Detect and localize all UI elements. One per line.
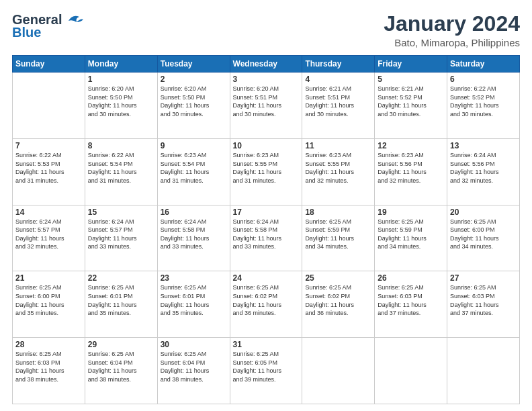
day-number: 20 [450,208,517,217]
header: General Blue January 2024 Bato, Mimaropa… [12,12,520,48]
day-number: 19 [378,208,444,217]
day-info: Sunrise: 6:20 AM Sunset: 5:50 PM Dayligh… [88,85,154,118]
day-number: 13 [450,141,517,150]
day-info: Sunrise: 6:25 AM Sunset: 6:01 PM Dayligh… [88,283,154,317]
calendar-cell: 27Sunrise: 6:25 AM Sunset: 6:03 PM Dayli… [447,271,520,338]
day-info: Sunrise: 6:25 AM Sunset: 6:04 PM Dayligh… [88,350,154,383]
calendar-cell: 29Sunrise: 6:25 AM Sunset: 6:04 PM Dayli… [85,338,157,404]
calendar-cell: 19Sunrise: 6:25 AM Sunset: 5:59 PM Dayli… [375,205,447,271]
calendar-cell: 25Sunrise: 6:25 AM Sunset: 6:02 PM Dayli… [302,271,375,338]
calendar-cell: 20Sunrise: 6:25 AM Sunset: 6:00 PM Dayli… [447,205,520,271]
calendar-header-row: SundayMondayTuesdayWednesdayThursdayFrid… [13,56,520,73]
day-number: 24 [233,273,300,283]
day-number: 11 [305,141,371,150]
day-info: Sunrise: 6:25 AM Sunset: 5:59 PM Dayligh… [378,218,444,251]
day-info: Sunrise: 6:24 AM Sunset: 5:56 PM Dayligh… [450,151,517,185]
day-info: Sunrise: 6:25 AM Sunset: 6:04 PM Dayligh… [161,350,227,383]
calendar-cell: 31Sunrise: 6:25 AM Sunset: 6:05 PM Dayli… [230,338,302,404]
day-number: 31 [233,340,300,349]
calendar-cell: 2Sunrise: 6:20 AM Sunset: 5:50 PM Daylig… [157,73,230,139]
day-info: Sunrise: 6:25 AM Sunset: 6:00 PM Dayligh… [450,218,517,251]
day-number: 27 [450,273,517,283]
calendar-cell: 3Sunrise: 6:20 AM Sunset: 5:51 PM Daylig… [230,73,302,139]
day-number: 15 [88,208,154,217]
day-info: Sunrise: 6:25 AM Sunset: 6:02 PM Dayligh… [233,283,300,317]
week-row-2: 14Sunrise: 6:24 AM Sunset: 5:57 PM Dayli… [13,205,520,271]
calendar-cell: 10Sunrise: 6:23 AM Sunset: 5:55 PM Dayli… [230,138,302,205]
calendar-cell: 11Sunrise: 6:23 AM Sunset: 5:55 PM Dayli… [302,138,375,205]
calendar-cell: 15Sunrise: 6:24 AM Sunset: 5:57 PM Dayli… [85,205,157,271]
day-info: Sunrise: 6:21 AM Sunset: 5:52 PM Dayligh… [378,85,444,118]
day-number: 7 [15,141,82,150]
day-info: Sunrise: 6:25 AM Sunset: 6:03 PM Dayligh… [450,283,517,317]
calendar-header-wednesday: Wednesday [230,56,302,73]
day-number: 26 [378,273,444,283]
week-row-4: 28Sunrise: 6:25 AM Sunset: 6:03 PM Dayli… [13,338,520,404]
day-info: Sunrise: 6:25 AM Sunset: 6:02 PM Dayligh… [305,283,371,317]
calendar-header-tuesday: Tuesday [157,56,230,73]
day-number: 1 [88,75,154,84]
calendar-header-monday: Monday [85,56,157,73]
calendar-cell: 23Sunrise: 6:25 AM Sunset: 6:01 PM Dayli… [157,271,230,338]
day-info: Sunrise: 6:20 AM Sunset: 5:51 PM Dayligh… [233,85,300,118]
day-info: Sunrise: 6:23 AM Sunset: 5:54 PM Dayligh… [161,151,227,185]
day-info: Sunrise: 6:25 AM Sunset: 6:00 PM Dayligh… [15,283,82,317]
calendar-cell: 9Sunrise: 6:23 AM Sunset: 5:54 PM Daylig… [157,138,230,205]
calendar-cell: 8Sunrise: 6:22 AM Sunset: 5:54 PM Daylig… [85,138,157,205]
day-info: Sunrise: 6:22 AM Sunset: 5:52 PM Dayligh… [450,85,517,118]
calendar-cell: 1Sunrise: 6:20 AM Sunset: 5:50 PM Daylig… [85,73,157,139]
day-number: 8 [88,141,154,150]
day-info: Sunrise: 6:22 AM Sunset: 5:54 PM Dayligh… [88,151,154,185]
day-info: Sunrise: 6:25 AM Sunset: 6:03 PM Dayligh… [15,350,82,383]
calendar-cell [13,73,85,139]
day-info: Sunrise: 6:24 AM Sunset: 5:58 PM Dayligh… [161,218,227,251]
day-info: Sunrise: 6:25 AM Sunset: 5:59 PM Dayligh… [305,218,371,251]
day-number: 21 [15,273,82,283]
page: General Blue January 2024 Bato, Mimaropa… [0,0,532,411]
day-number: 5 [378,75,444,84]
day-number: 25 [305,273,371,283]
calendar-cell: 13Sunrise: 6:24 AM Sunset: 5:56 PM Dayli… [447,138,520,205]
calendar-header-sunday: Sunday [13,56,85,73]
calendar-cell [447,338,520,404]
calendar-header-saturday: Saturday [447,56,520,73]
day-number: 6 [450,75,517,84]
day-info: Sunrise: 6:23 AM Sunset: 5:55 PM Dayligh… [233,151,300,185]
calendar-cell: 14Sunrise: 6:24 AM Sunset: 5:57 PM Dayli… [13,205,85,271]
logo: General Blue [12,12,85,40]
calendar-cell: 18Sunrise: 6:25 AM Sunset: 5:59 PM Dayli… [302,205,375,271]
calendar-cell: 21Sunrise: 6:25 AM Sunset: 6:00 PM Dayli… [13,271,85,338]
subtitle: Bato, Mimaropa, Philippines [384,37,520,48]
day-info: Sunrise: 6:22 AM Sunset: 5:53 PM Dayligh… [15,151,82,185]
calendar-header-friday: Friday [375,56,447,73]
day-info: Sunrise: 6:20 AM Sunset: 5:50 PM Dayligh… [161,85,227,118]
day-info: Sunrise: 6:23 AM Sunset: 5:55 PM Dayligh… [305,151,371,185]
day-info: Sunrise: 6:24 AM Sunset: 5:58 PM Dayligh… [233,218,300,251]
calendar-cell: 6Sunrise: 6:22 AM Sunset: 5:52 PM Daylig… [447,73,520,139]
calendar-cell: 12Sunrise: 6:23 AM Sunset: 5:56 PM Dayli… [375,138,447,205]
week-row-3: 21Sunrise: 6:25 AM Sunset: 6:00 PM Dayli… [13,271,520,338]
week-row-0: 1Sunrise: 6:20 AM Sunset: 5:50 PM Daylig… [13,73,520,139]
calendar-cell: 7Sunrise: 6:22 AM Sunset: 5:53 PM Daylig… [13,138,85,205]
day-info: Sunrise: 6:25 AM Sunset: 6:01 PM Dayligh… [161,283,227,317]
main-title: January 2024 [384,12,520,36]
calendar-table: SundayMondayTuesdayWednesdayThursdayFrid… [12,55,520,404]
day-info: Sunrise: 6:25 AM Sunset: 6:03 PM Dayligh… [378,283,444,317]
day-number: 29 [88,340,154,349]
day-number: 12 [378,141,444,150]
calendar-cell: 28Sunrise: 6:25 AM Sunset: 6:03 PM Dayli… [13,338,85,404]
calendar-cell: 30Sunrise: 6:25 AM Sunset: 6:04 PM Dayli… [157,338,230,404]
day-number: 14 [15,208,82,217]
day-number: 2 [161,75,227,84]
day-number: 16 [161,208,227,217]
calendar-cell: 16Sunrise: 6:24 AM Sunset: 5:58 PM Dayli… [157,205,230,271]
week-row-1: 7Sunrise: 6:22 AM Sunset: 5:53 PM Daylig… [13,138,520,205]
day-number: 28 [15,340,82,349]
calendar-cell [375,338,447,404]
day-number: 9 [161,141,227,150]
calendar-cell: 26Sunrise: 6:25 AM Sunset: 6:03 PM Dayli… [375,271,447,338]
day-info: Sunrise: 6:24 AM Sunset: 5:57 PM Dayligh… [88,218,154,251]
logo-bird-icon [63,13,85,28]
day-info: Sunrise: 6:23 AM Sunset: 5:56 PM Dayligh… [378,151,444,185]
calendar-cell: 24Sunrise: 6:25 AM Sunset: 6:02 PM Dayli… [230,271,302,338]
